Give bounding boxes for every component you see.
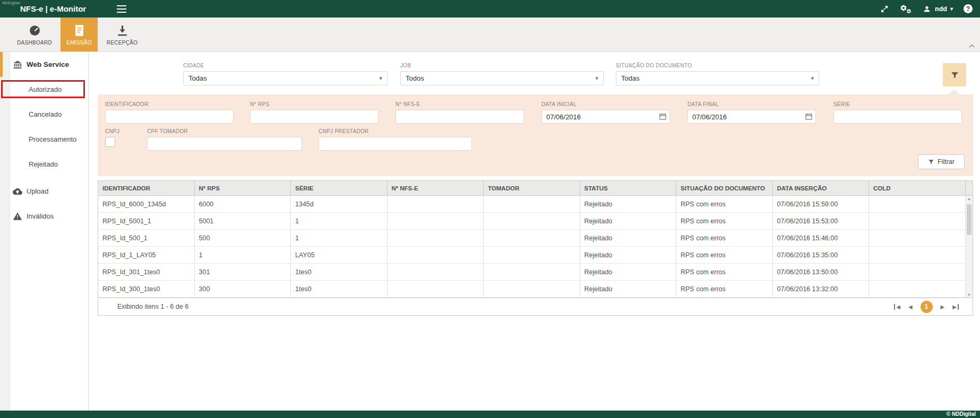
column-header[interactable]: Nº RPS	[195, 181, 291, 195]
nfse-input[interactable]	[396, 110, 524, 124]
scroll-down-arrow[interactable]: ▼	[966, 293, 973, 297]
table-cell	[388, 196, 484, 212]
table-cell	[869, 213, 966, 229]
table-row[interactable]: RPS_Id_5001_150011RejeitadoRPS com erros…	[98, 213, 973, 230]
table-cell	[388, 247, 484, 263]
topbar-actions: ndd ▾ ?	[880, 4, 980, 14]
table-cell	[484, 264, 580, 280]
cnpj-prestador-input[interactable]	[319, 137, 472, 151]
scroll-up-arrow[interactable]: ▲	[966, 197, 973, 201]
pagination: ◀ ◀ 1 ▶ ▶	[894, 301, 973, 313]
column-header[interactable]: COLD	[869, 181, 966, 195]
cidade-select[interactable]: Todas ▾	[183, 71, 388, 85]
job-label: JOB	[400, 63, 604, 68]
last-page-button[interactable]: ▶	[952, 304, 959, 310]
field-label: CNPJ	[105, 128, 119, 134]
tab-emissao[interactable]: EMISSÃO	[61, 18, 98, 51]
tab-label: RECEPÇÃO	[107, 40, 138, 46]
table-row[interactable]: RPS_Id_6000_1345d60001345dRejeitadoRPS c…	[98, 196, 973, 213]
sidebar-item-invalidos[interactable]: Inválidos	[0, 204, 88, 229]
table-scrollbar[interactable]: ▲ ▼	[965, 196, 973, 298]
content: CIDADE Todas ▾ JOB Todos ▾ SITUAÇÃO DO D…	[89, 52, 980, 411]
column-header[interactable]: DATA INSERÇÃO	[773, 181, 870, 195]
table-row[interactable]: RPS_Id_301_1tes03011tes0RejeitadoRPS com…	[98, 264, 973, 281]
column-header[interactable]: STATUS	[580, 181, 677, 195]
chevron-down-icon: ▾	[379, 75, 382, 82]
help-icon[interactable]: ?	[964, 4, 973, 13]
sidebar-item-rejeitado[interactable]: Rejeitado	[0, 152, 88, 177]
next-page-button[interactable]: ▶	[941, 304, 945, 310]
sidebar-item-upload[interactable]: Upload	[0, 179, 88, 204]
data-inicial-input[interactable]	[541, 110, 670, 124]
sidebar-item-processamento[interactable]: Processamento	[0, 127, 88, 152]
module-toolbar: DASHBOARD EMISSÃO RECEPÇÃO	[0, 18, 980, 52]
funnel-icon	[950, 71, 959, 80]
data-inicial-field: DATA INICIAL	[541, 101, 670, 124]
table-cell: 5001	[195, 213, 291, 229]
sidebar-item-autorizado[interactable]: Autorizado	[0, 77, 88, 102]
cnpj-checkbox[interactable]	[105, 137, 115, 147]
settings-gears-icon[interactable]	[900, 4, 912, 14]
table-cell	[869, 264, 966, 280]
column-header[interactable]: Nº NFS-E	[388, 181, 484, 195]
table-cell: Rejeitado	[580, 230, 677, 246]
column-header[interactable]: SITUAÇÃO DO DOCUMENTO	[676, 181, 773, 195]
column-header[interactable]: SÉRIE	[291, 181, 388, 195]
cpf-tomador-field: CPF TOMADOR	[147, 128, 302, 151]
current-page-button[interactable]: 1	[921, 301, 933, 313]
tab-dashboard[interactable]: DASHBOARD	[14, 18, 55, 51]
column-header[interactable]: IDENTIFICADOR	[98, 181, 195, 195]
field-label: DATA FINAL	[687, 101, 816, 107]
table-cell: 301	[195, 264, 291, 280]
rps-input[interactable]	[250, 110, 379, 124]
tab-recepcao[interactable]: RECEPÇÃO	[104, 18, 141, 51]
filtrar-button[interactable]: Filtrar	[918, 154, 965, 169]
first-page-button[interactable]: ◀	[894, 304, 900, 310]
user-menu[interactable]: ndd ▾	[922, 4, 953, 14]
warning-icon	[13, 212, 22, 221]
column-header[interactable]: TOMADOR	[484, 181, 580, 195]
table-row[interactable]: RPS_Id_500_15001RejeitadoRPS com erros07…	[98, 230, 973, 247]
job-select[interactable]: Todos ▾	[400, 71, 604, 85]
table-cell: RPS_Id_1_LAY05	[98, 247, 195, 263]
sidebar-item-label: Cancelado	[29, 110, 62, 118]
identificador-input[interactable]	[105, 110, 234, 124]
sidebar-item-label: Web Service	[27, 60, 69, 68]
cpf-tomador-input[interactable]	[147, 137, 302, 151]
table-cell: Rejeitado	[580, 196, 677, 212]
table-cell: 1	[291, 230, 388, 246]
calendar-icon[interactable]	[805, 112, 813, 120]
table-cell: 6000	[195, 196, 291, 212]
filtrar-button-label: Filtrar	[938, 158, 955, 166]
hamburger-menu-icon[interactable]	[117, 5, 126, 13]
collapse-toolbar-icon[interactable]	[969, 40, 975, 50]
serie-input[interactable]	[833, 110, 962, 124]
situacao-select[interactable]: Todas ▾	[616, 71, 819, 85]
tab-label: EMISSÃO	[66, 40, 92, 46]
sidebar-item-cancelado[interactable]: Cancelado	[0, 102, 88, 127]
calendar-icon[interactable]	[659, 112, 667, 120]
table-row[interactable]: RPS_Id_300_1tes03001tes0RejeitadoRPS com…	[98, 281, 973, 298]
user-name: ndd	[935, 5, 947, 13]
table-footer: Exibindo itens 1 - 6 de 6 ◀ ◀ 1 ▶ ▶	[98, 298, 973, 315]
cidade-value: Todas	[188, 74, 207, 82]
cnpj-prestador-field: CNPJ PRESTADOR	[319, 128, 472, 151]
copyright: © NDDigital	[947, 411, 976, 417]
table-cell: Rejeitado	[580, 281, 677, 297]
prev-page-button[interactable]: ◀	[908, 304, 913, 310]
sidebar: Web Service Autorizado Cancelado Process…	[0, 52, 89, 411]
sidebar-item-label: Upload	[27, 187, 48, 195]
table-cell	[869, 247, 966, 263]
sidebar-item-label: Autorizado	[29, 85, 62, 93]
reception-download-icon	[116, 24, 129, 37]
scroll-thumb[interactable]	[967, 204, 972, 235]
top-bar: NDDigital NFS-e | e-Monitor ndd ▾ ?	[0, 0, 980, 18]
table-cell: Rejeitado	[580, 264, 677, 280]
table-cell	[869, 230, 966, 246]
data-final-input[interactable]	[687, 110, 816, 124]
table-cell: RPS_Id_500_1	[98, 230, 195, 246]
table-row[interactable]: RPS_Id_1_LAY051LAY05RejeitadoRPS com err…	[98, 247, 973, 264]
fullscreen-icon[interactable]	[880, 4, 889, 14]
filter-toggle-button[interactable]	[943, 63, 966, 86]
sidebar-item-web-service[interactable]: Web Service	[0, 52, 88, 77]
